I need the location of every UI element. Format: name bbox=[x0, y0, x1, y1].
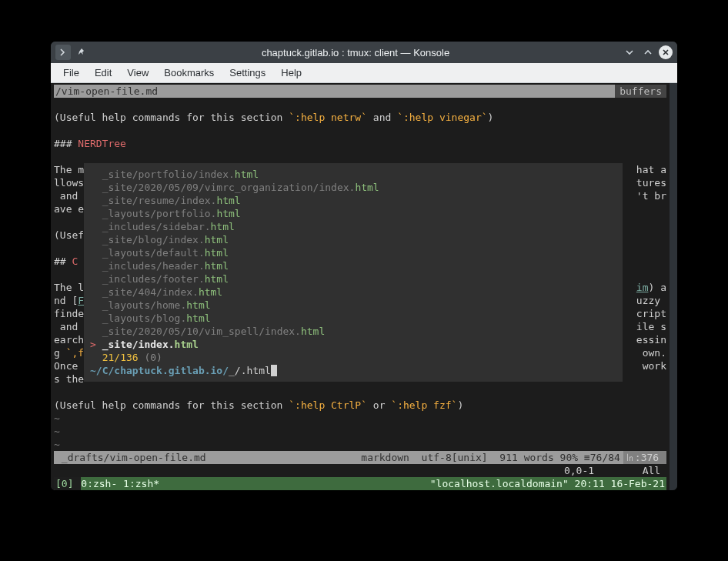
window-title: chaptuck.gitlab.io : tmux: client — Kons… bbox=[89, 47, 622, 58]
menu-bookmarks[interactable]: Bookmarks bbox=[156, 63, 222, 82]
fzf-selected-row[interactable]: > _site/index.html bbox=[90, 338, 616, 351]
menu-edit[interactable]: Edit bbox=[87, 63, 119, 82]
pin-button[interactable] bbox=[74, 45, 89, 60]
fzf-result-row[interactable]: _layouts/blog.html bbox=[90, 312, 616, 325]
fzf-result-row[interactable]: _includes/sidebar.html bbox=[90, 220, 616, 233]
close-icon bbox=[662, 48, 670, 56]
chevron-up-icon bbox=[643, 47, 653, 58]
fzf-result-row[interactable]: _site/resume/index.html bbox=[90, 194, 616, 207]
status-ln: ㏑:376 bbox=[623, 451, 666, 464]
menu-settings[interactable]: Settings bbox=[222, 63, 273, 82]
menu-file[interactable]: File bbox=[55, 63, 87, 82]
menu-view[interactable]: View bbox=[119, 63, 156, 82]
tmux-right: "localhost.localdomain" 20:11 16-Feb-21 bbox=[430, 477, 666, 490]
fzf-result-row[interactable]: _includes/footer.html bbox=[90, 272, 616, 286]
prompt-icon bbox=[58, 47, 68, 58]
tabline-path: /vim-open-file.md bbox=[54, 85, 158, 98]
chevron-down-icon bbox=[624, 47, 635, 58]
fzf-prompt[interactable]: ~/C/chaptuck.gitlab.io/_/.html bbox=[90, 364, 616, 377]
terminal[interactable]: /vim-open-file.md buffers (Useful help c… bbox=[51, 83, 677, 490]
fzf-popup[interactable]: _site/portfolio/index.html _site/2020/05… bbox=[84, 163, 623, 382]
pin-icon bbox=[77, 48, 86, 57]
heading-nerdtree: ### NERDTree bbox=[54, 137, 666, 150]
app-menu-button[interactable] bbox=[55, 45, 71, 60]
fzf-result-row[interactable]: _layouts/home.html bbox=[90, 299, 616, 312]
fzf-result-row[interactable]: _site/blog/index.html bbox=[90, 233, 616, 246]
tabline-right: buffers bbox=[615, 85, 666, 98]
fzf-result-row[interactable]: _layouts/portfolio.html bbox=[90, 207, 616, 220]
menubar: File Edit View Bookmarks Settings Help bbox=[51, 63, 677, 83]
status-file: _drafts/vim-open-file.md bbox=[54, 451, 206, 464]
menu-help[interactable]: Help bbox=[273, 63, 309, 82]
doc-line-ctrlp: (Useful help commands for this section `… bbox=[54, 399, 666, 412]
vim-statusline: _drafts/vim-open-file.md markdown utf-8[… bbox=[54, 451, 666, 464]
fzf-result-row[interactable]: _site/2020/05/10/vim_spell/index.html bbox=[90, 325, 616, 338]
doc-line: (Useful help commands for this section `… bbox=[54, 111, 666, 124]
vim-commandline[interactable]: 0,0-1 All bbox=[54, 464, 666, 477]
cursor bbox=[271, 365, 277, 376]
minimize-button[interactable] bbox=[622, 45, 637, 60]
fzf-result-row[interactable]: _layouts/default.html bbox=[90, 246, 616, 259]
tmux-windows[interactable]: 0:zsh- 1:zsh* bbox=[81, 477, 159, 490]
fzf-result-row[interactable]: _site/404/index.html bbox=[90, 286, 616, 299]
tilde-line: ~ bbox=[54, 412, 666, 425]
tilde-line: ~ bbox=[54, 438, 666, 451]
konsole-window: chaptuck.gitlab.io : tmux: client — Kons… bbox=[51, 42, 677, 490]
close-button[interactable] bbox=[659, 45, 673, 59]
status-meta: markdown utf-8[unix] 911 words 90% ≡76/8… bbox=[346, 451, 623, 464]
cursor-pos: 0,0-1 bbox=[564, 465, 594, 476]
titlebar[interactable]: chaptuck.gitlab.io : tmux: client — Kons… bbox=[51, 42, 677, 63]
fzf-result-row[interactable]: _includes/header.html bbox=[90, 259, 616, 272]
tilde-line: ~ bbox=[54, 425, 666, 438]
tmux-statusline: [0] 0:zsh- 1:zsh* "localhost.localdomain… bbox=[54, 477, 666, 490]
fzf-result-row[interactable]: _site/portfolio/index.html bbox=[90, 168, 616, 181]
maximize-button[interactable] bbox=[640, 45, 656, 60]
tmux-session: [0] bbox=[54, 477, 81, 490]
vim-tabline: /vim-open-file.md buffers bbox=[54, 85, 666, 98]
fzf-result-row[interactable]: _site/2020/05/09/vimrc_organization/inde… bbox=[90, 181, 616, 194]
view-all: All bbox=[594, 465, 666, 476]
fzf-counter: 21/136 (0) bbox=[90, 351, 616, 364]
